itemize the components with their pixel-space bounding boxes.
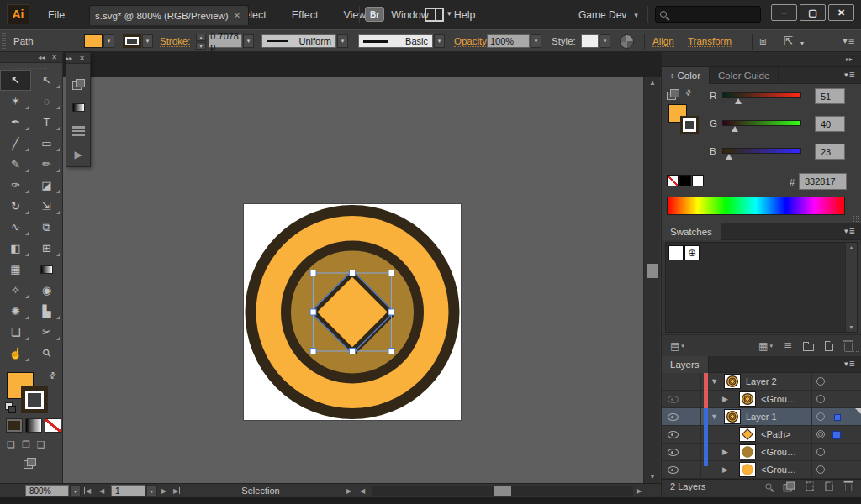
new-sublayer-icon[interactable] bbox=[806, 482, 814, 491]
swatch-libraries-icon[interactable]: ▤▾ bbox=[670, 340, 684, 352]
layer-thumbnail[interactable] bbox=[724, 374, 741, 389]
first-artboard-button[interactable]: ◀ bbox=[84, 485, 91, 496]
mesh-tool[interactable]: ▦ bbox=[0, 259, 31, 280]
close-panel-icon[interactable]: ✕ bbox=[51, 54, 57, 61]
visibility-cell[interactable] bbox=[662, 391, 684, 408]
horizontal-scrollbar-thumb[interactable] bbox=[494, 486, 511, 496]
layer-row-layer-1[interactable]: ▼Layer 1 bbox=[662, 408, 861, 426]
stroke-icon[interactable] bbox=[66, 119, 90, 143]
expand-icon[interactable]: ▶ bbox=[722, 448, 728, 456]
next-artboard-button[interactable]: ▶ bbox=[161, 485, 166, 496]
scroll-left-icon[interactable]: ◀ bbox=[360, 485, 365, 496]
white-swatch[interactable] bbox=[692, 175, 704, 186]
visibility-cell[interactable] bbox=[662, 408, 684, 426]
layer-thumbnail[interactable] bbox=[739, 427, 756, 442]
layer-name[interactable]: <Grou… bbox=[761, 465, 796, 475]
zoom-tool[interactable]: ⚲ bbox=[31, 343, 62, 364]
control-panel-menu-icon[interactable]: ▾≣ bbox=[843, 36, 856, 45]
channel-slider-thumb[interactable] bbox=[735, 98, 742, 104]
document-tab[interactable]: s.svg* @ 800% (RGB/Preview) ✕ bbox=[89, 5, 249, 25]
gradient-mode-button[interactable] bbox=[25, 418, 42, 433]
collapse-panel-icon[interactable]: ◂◂ bbox=[38, 54, 45, 61]
layer-row-path[interactable]: <Path> bbox=[662, 426, 861, 444]
width-tool[interactable]: ∿ bbox=[0, 217, 31, 238]
layer-name[interactable]: Layer 2 bbox=[746, 376, 777, 386]
recolor-artwork-icon[interactable] bbox=[620, 34, 634, 49]
black-swatch[interactable] bbox=[679, 175, 691, 186]
search-input[interactable] bbox=[670, 9, 750, 19]
hex-value-field[interactable]: 332817 bbox=[799, 173, 847, 190]
pen-tool[interactable]: ✒ bbox=[0, 112, 31, 133]
scroll-right-icon[interactable]: ▶ bbox=[637, 485, 642, 496]
stroke-proxy-swatch[interactable] bbox=[680, 116, 699, 134]
symbol-sprayer-tool[interactable]: ✺ bbox=[0, 301, 31, 322]
expand-panel-icon[interactable]: ▸▸ bbox=[66, 55, 72, 62]
target-icon[interactable] bbox=[816, 412, 825, 421]
transform-panel-link[interactable]: Transform bbox=[688, 36, 732, 47]
swap-fill-stroke-icon[interactable]: ⇄ bbox=[46, 370, 58, 381]
coin-artwork[interactable] bbox=[244, 204, 461, 420]
brush-definition-dropdown[interactable]: Basic bbox=[358, 34, 433, 48]
line-segment-tool[interactable]: ╱ bbox=[0, 133, 31, 154]
visibility-cell[interactable] bbox=[662, 426, 684, 444]
select-similar-caret[interactable]: ▾ bbox=[800, 38, 804, 49]
channel-slider-thumb[interactable] bbox=[726, 154, 732, 160]
locate-object-icon[interactable] bbox=[765, 483, 771, 489]
stroke-color-dropdown[interactable]: ▾ bbox=[142, 34, 153, 48]
eyedropper-tool[interactable]: ✧ bbox=[0, 280, 31, 301]
swatches-scrollbar[interactable]: ▲ ▼ bbox=[845, 243, 857, 332]
draw-inside-icon[interactable]: ❑ bbox=[37, 439, 45, 450]
close-button[interactable]: ✕ bbox=[828, 4, 854, 21]
tab-color-guide[interactable]: Color Guide bbox=[710, 67, 779, 84]
width-profile-dropdown[interactable]: Uniform bbox=[261, 34, 336, 48]
blob-brush-tool[interactable]: ✑ bbox=[0, 175, 31, 196]
search-box[interactable] bbox=[655, 6, 761, 23]
gradient-icon[interactable] bbox=[66, 96, 90, 119]
target-icon[interactable] bbox=[816, 395, 825, 403]
close-panel-icon[interactable]: ✕ bbox=[79, 55, 85, 62]
layers-panel-menu-icon[interactable]: ▾≣ bbox=[844, 360, 856, 368]
play-icon[interactable]: ▶ bbox=[66, 143, 90, 166]
minimize-button[interactable]: – bbox=[771, 4, 797, 21]
new-color-group-icon[interactable] bbox=[803, 344, 814, 351]
pathfinder-icon[interactable] bbox=[66, 72, 90, 96]
channel-slider-thumb[interactable] bbox=[732, 126, 738, 132]
layer-name[interactable]: <Grou… bbox=[761, 394, 796, 404]
blend-tool[interactable]: ◉ bbox=[31, 280, 62, 301]
channel-slider[interactable] bbox=[722, 148, 801, 154]
shape-builder-tool[interactable]: ◧ bbox=[0, 238, 31, 259]
lasso-tool[interactable]: ◌ bbox=[31, 91, 62, 112]
color-spectrum-bar[interactable] bbox=[667, 197, 845, 215]
magic-wand-tool[interactable]: ✶ bbox=[0, 91, 31, 112]
selection-tool[interactable]: ↖ bbox=[0, 70, 31, 91]
make-clipping-mask-icon[interactable] bbox=[784, 482, 795, 491]
stroke-panel-link[interactable]: Stroke: bbox=[160, 36, 190, 47]
panel-grip[interactable] bbox=[2, 33, 6, 50]
swatch-registration[interactable]: ⊕ bbox=[684, 245, 700, 260]
visibility-cell[interactable] bbox=[662, 444, 684, 461]
resize-grip[interactable] bbox=[853, 348, 859, 354]
resize-grip[interactable] bbox=[853, 215, 859, 222]
layer-thumbnail[interactable] bbox=[724, 409, 741, 424]
scroll-down-icon[interactable]: ▼ bbox=[644, 471, 661, 483]
artboard-number-value[interactable]: 1 bbox=[111, 485, 145, 496]
gradient-tool[interactable] bbox=[31, 259, 62, 280]
scroll-up-icon[interactable]: ▲ bbox=[848, 244, 854, 250]
screen-mode-button[interactable] bbox=[24, 458, 35, 470]
layer-name[interactable]: Layer 1 bbox=[746, 412, 777, 422]
collapse-dock-icon[interactable]: ▸▸ bbox=[846, 55, 853, 63]
layer-thumbnail[interactable] bbox=[739, 444, 756, 459]
rectangle-tool[interactable]: ▭ bbox=[31, 133, 62, 154]
maximize-button[interactable]: ▢ bbox=[800, 4, 826, 21]
bridge-button[interactable]: Br bbox=[365, 7, 384, 22]
expand-icon[interactable]: ▶ bbox=[722, 465, 728, 474]
opacity-value[interactable]: 100% bbox=[487, 34, 530, 48]
chevron-down-icon[interactable]: ▾ bbox=[447, 9, 452, 18]
scroll-down-icon[interactable]: ▼ bbox=[848, 324, 854, 330]
delete-layer-icon[interactable] bbox=[845, 484, 853, 492]
tab-swatches[interactable]: Swatches bbox=[662, 223, 721, 240]
menu-effect[interactable]: Effect bbox=[279, 0, 331, 29]
channel-value-field[interactable]: 23 bbox=[815, 144, 845, 160]
horizontal-scrollbar[interactable] bbox=[372, 486, 633, 496]
scroll-up-icon[interactable]: ▲ bbox=[644, 77, 661, 89]
